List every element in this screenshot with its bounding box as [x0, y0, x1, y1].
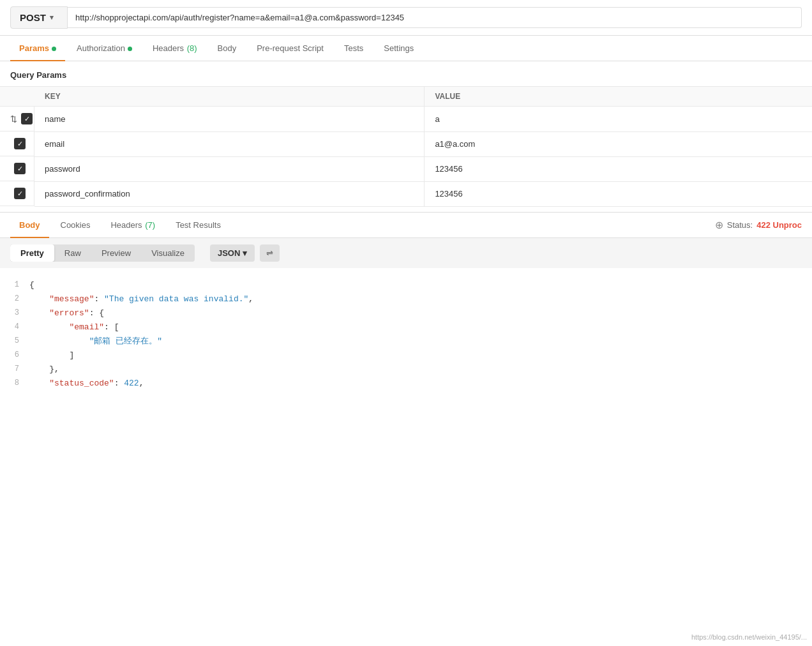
- format-preview[interactable]: Preview: [91, 244, 141, 262]
- row-key: password_confirmation: [34, 181, 425, 206]
- format-visualize[interactable]: Visualize: [141, 244, 195, 262]
- table-row: ✓password123456: [0, 156, 812, 181]
- code-line-3: 3 "errors": {: [0, 306, 812, 320]
- code-line-7: 7 },: [0, 363, 812, 377]
- row-checkbox[interactable]: ✓: [14, 163, 26, 174]
- url-bar: POST ▾: [0, 0, 812, 36]
- tab-authorization[interactable]: Authorization: [68, 36, 141, 61]
- method-chevron: ▾: [50, 13, 54, 22]
- response-section: Body Cookies Headers (7) Test Results ⊕ …: [0, 212, 812, 402]
- code-viewer: 1 { 2 "message": "The given data was inv…: [0, 268, 812, 402]
- row-checkbox-cell: ✓: [0, 131, 34, 156]
- table-row: ✓emaila1@a.com: [0, 131, 812, 156]
- method-label: POST: [20, 12, 46, 23]
- tab-response-body[interactable]: Body: [10, 213, 49, 237]
- code-line-1: 1 {: [0, 278, 812, 292]
- tab-cookies[interactable]: Cookies: [52, 213, 100, 237]
- code-line-5: 5 "邮箱 已经存在。": [0, 334, 812, 349]
- request-tabs: Params Authorization Headers (8) Body Pr…: [0, 36, 812, 61]
- code-line-8: 8 "status_code": 422,: [0, 377, 812, 391]
- code-line-6: 6 ]: [0, 349, 812, 363]
- col-checkbox: [0, 87, 34, 107]
- url-input[interactable]: [68, 7, 802, 28]
- format-pretty[interactable]: Pretty: [10, 244, 54, 262]
- row-key: email: [34, 131, 425, 156]
- row-value: a: [425, 107, 812, 132]
- row-checkbox-cell: ✓: [0, 156, 34, 181]
- row-key: name: [34, 107, 425, 132]
- headers-count: (8): [187, 43, 197, 53]
- row-checkbox[interactable]: ✓: [14, 138, 26, 149]
- tab-test-results[interactable]: Test Results: [167, 213, 230, 237]
- row-checkbox-cell: ✓: [0, 181, 34, 206]
- col-key: KEY: [34, 87, 425, 107]
- tab-headers[interactable]: Headers (8): [144, 36, 206, 61]
- row-key: password: [34, 156, 425, 181]
- json-format-selector[interactable]: JSON ▾: [210, 244, 255, 262]
- status-info: ⊕ Status: 422 Unproc: [715, 219, 802, 231]
- status-label: Status:: [727, 220, 753, 230]
- tab-settings[interactable]: Settings: [375, 36, 423, 61]
- format-bar: Pretty Raw Preview Visualize JSON ▾ ⇌: [0, 238, 812, 268]
- col-value: VALUE: [425, 87, 812, 107]
- params-table: KEY VALUE ⇅✓namea✓emaila1@a.com✓password…: [0, 86, 812, 207]
- row-value: 123456: [425, 156, 812, 181]
- row-checkbox[interactable]: ✓: [14, 188, 26, 199]
- table-row: ✓password_confirmation123456: [0, 181, 812, 206]
- tab-params[interactable]: Params: [10, 36, 65, 61]
- globe-icon: ⊕: [715, 219, 723, 231]
- row-value: 123456: [425, 181, 812, 206]
- tab-tests[interactable]: Tests: [335, 36, 372, 61]
- table-row: ⇅✓namea: [0, 107, 812, 132]
- code-line-4: 4 "email": [: [0, 320, 812, 334]
- method-selector[interactable]: POST ▾: [10, 6, 68, 29]
- row-value: a1@a.com: [425, 131, 812, 156]
- tab-body[interactable]: Body: [209, 36, 246, 61]
- auth-dot: [128, 47, 132, 51]
- response-tabs: Body Cookies Headers (7) Test Results ⊕ …: [0, 213, 812, 238]
- tab-prerequest[interactable]: Pre-request Script: [248, 36, 333, 61]
- format-tabs: Pretty Raw Preview Visualize: [10, 244, 195, 262]
- filter-icon[interactable]: ⇅: [10, 114, 17, 124]
- tab-response-headers[interactable]: Headers (7): [102, 213, 164, 237]
- wrap-icon[interactable]: ⇌: [260, 244, 280, 262]
- params-dot: [52, 47, 56, 51]
- row-checkbox-cell: ⇅✓: [0, 107, 34, 131]
- code-line-2: 2 "message": "The given data was invalid…: [0, 292, 812, 306]
- status-code: 422 Unproc: [756, 220, 802, 230]
- query-params-title: Query Params: [0, 61, 812, 86]
- format-raw[interactable]: Raw: [54, 244, 91, 262]
- row-checkbox[interactable]: ✓: [21, 113, 33, 124]
